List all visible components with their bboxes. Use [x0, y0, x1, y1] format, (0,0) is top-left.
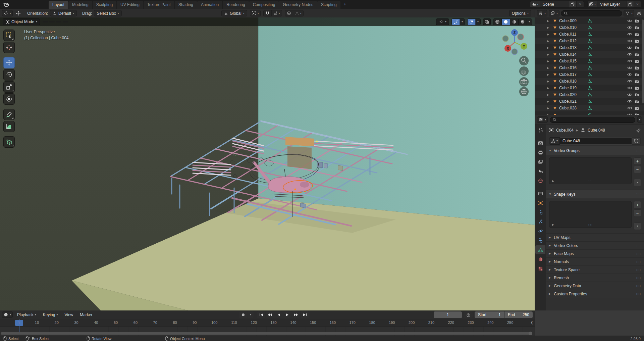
- end-frame-field[interactable]: End 250: [504, 311, 533, 318]
- expand-arrow-icon[interactable]: ▶: [547, 26, 550, 29]
- viewport-3d[interactable]: Z Y X: [0, 17, 535, 310]
- proportional-editing-toggle[interactable]: [285, 10, 293, 16]
- hide-eye-toggle[interactable]: [627, 93, 632, 96]
- outliner-item[interactable]: ▶ Cube.018: [535, 78, 644, 85]
- current-frame-line[interactable]: [19, 319, 19, 332]
- camera-visibility-toggle[interactable]: [634, 39, 639, 43]
- outliner-item[interactable]: ▶ Cube.009: [535, 17, 644, 24]
- solid-shading-button[interactable]: [502, 19, 510, 25]
- preview-range-clock-button[interactable]: [464, 311, 473, 318]
- expand-arrow-icon[interactable]: ▶: [547, 73, 550, 76]
- panel-grip-icon[interactable]: ∷∷: [637, 268, 641, 272]
- auto-keying-button[interactable]: [239, 311, 247, 318]
- previous-keyframe-button[interactable]: [266, 311, 274, 318]
- tab-modifiers[interactable]: [535, 208, 545, 216]
- menu-item[interactable]: [24, 3, 30, 5]
- auto-keying-dropdown[interactable]: ▾: [248, 311, 254, 318]
- hide-eye-toggle[interactable]: [627, 100, 632, 103]
- add-vertex-group-button[interactable]: +: [634, 157, 641, 165]
- panel-grip-icon[interactable]: ∷∷: [637, 260, 641, 263]
- panel-grip-icon[interactable]: ∷∷: [637, 292, 641, 296]
- viewport-menu-item[interactable]: [63, 21, 68, 22]
- viewport-menu-item[interactable]: [49, 21, 55, 22]
- add-shape-key-button[interactable]: +: [634, 201, 641, 208]
- workspace-tab[interactable]: Rendering: [223, 1, 249, 9]
- snap-toggle[interactable]: [264, 10, 272, 16]
- workspace-tab[interactable]: Shading: [175, 1, 197, 9]
- active-tool-dropdown[interactable]: ▾: [2, 10, 13, 16]
- xray-toggle[interactable]: [483, 18, 491, 25]
- list-filter-arrow-icon[interactable]: ▶: [552, 223, 554, 226]
- workspace-tab[interactable]: Modeling: [68, 1, 92, 9]
- workspace-tab[interactable]: Texture Paint: [144, 1, 174, 9]
- properties-options-dropdown[interactable]: ▾: [637, 116, 642, 123]
- camera-visibility-toggle[interactable]: [634, 86, 639, 90]
- camera-visibility-toggle[interactable]: [634, 66, 639, 70]
- hide-eye-toggle[interactable]: [627, 113, 632, 115]
- panel-grip-icon[interactable]: ∷∷: [637, 149, 641, 152]
- properties-search-input[interactable]: [550, 117, 635, 123]
- collapsed-panel-header[interactable]: ▶ Normals ∷∷: [546, 257, 644, 265]
- vertex-groups-list[interactable]: ▶ ∷∷: [549, 157, 632, 184]
- expand-arrow-icon[interactable]: ▶: [547, 66, 550, 69]
- start-frame-field[interactable]: Start 1: [475, 311, 504, 318]
- collapsed-panel-header[interactable]: ▶ Vertex Colors ∷∷: [546, 241, 644, 249]
- editor-type-timeline-dropdown[interactable]: ▾: [2, 311, 13, 318]
- outliner-item[interactable]: ▶ Cube.011: [535, 31, 644, 38]
- workspace-tab[interactable]: Geometry Nodes: [279, 1, 317, 9]
- expand-arrow-icon[interactable]: ▶: [547, 60, 550, 63]
- scene-name[interactable]: Scene: [540, 2, 569, 7]
- camera-visibility-toggle[interactable]: [634, 46, 639, 50]
- play-reverse-button[interactable]: [274, 311, 283, 318]
- show-overlays-toggle[interactable]: [468, 19, 476, 25]
- ruler-collapse-icon[interactable]: ❮: [531, 321, 533, 324]
- jump-to-start-button[interactable]: [257, 311, 265, 318]
- next-keyframe-button[interactable]: [292, 311, 300, 318]
- expand-arrow-icon[interactable]: ▶: [547, 87, 550, 90]
- view-layer-new-button[interactable]: [626, 1, 634, 7]
- expand-arrow-icon[interactable]: ▶: [547, 40, 550, 43]
- outliner-item[interactable]: ▶ Cube.016: [535, 64, 644, 71]
- breadcrumb-data[interactable]: Cube.048: [588, 128, 605, 133]
- panel-header-shape-keys[interactable]: ▼ Shape Keys ∷∷: [546, 190, 644, 198]
- hide-eye-toggle[interactable]: [627, 86, 632, 90]
- jump-to-end-button[interactable]: [301, 311, 309, 318]
- outliner-display-mode-dropdown[interactable]: ▾: [549, 10, 559, 16]
- outliner-item[interactable]: ▶ Cube.015: [535, 58, 644, 64]
- workspace-tab[interactable]: Sculpting: [93, 1, 116, 9]
- scene-browse-button[interactable]: ▾: [530, 1, 540, 7]
- fake-user-shield-button[interactable]: [632, 137, 641, 145]
- camera-visibility-toggle[interactable]: [634, 80, 639, 83]
- panel-grip-icon[interactable]: ∷∷: [637, 252, 641, 255]
- datablock-name-input[interactable]: Cube.048: [560, 137, 632, 145]
- annotate-tool[interactable]: [3, 109, 15, 120]
- shape-keys-list[interactable]: ▶ ∷∷: [549, 201, 632, 228]
- workspace-tab[interactable]: Scripting: [317, 1, 340, 9]
- camera-visibility-toggle[interactable]: [634, 53, 639, 56]
- cursor-tool[interactable]: [3, 42, 15, 53]
- tab-texture[interactable]: [535, 264, 545, 273]
- snap-target-dropdown[interactable]: ▾: [272, 10, 282, 16]
- hide-eye-toggle[interactable]: [627, 26, 632, 29]
- hide-eye-toggle[interactable]: [627, 39, 632, 43]
- panel-grip-icon[interactable]: ∷∷: [637, 284, 641, 288]
- view-layer-name[interactable]: View Layer: [597, 2, 626, 7]
- orientation-dropdown[interactable]: Default ▾: [50, 10, 77, 16]
- tab-scene[interactable]: [535, 167, 545, 176]
- material-preview-button[interactable]: [510, 19, 519, 25]
- overlays-dropdown[interactable]: ▾: [476, 19, 480, 25]
- collapsed-panel-header[interactable]: ▶ Custom Properties ∷∷: [546, 290, 644, 298]
- outliner-item[interactable]: ▶ Cube.019: [535, 85, 644, 91]
- outliner-scrollbar[interactable]: [642, 19, 644, 103]
- camera-visibility-toggle[interactable]: [634, 113, 639, 115]
- view-layer-remove-button[interactable]: ×: [634, 1, 641, 7]
- panel-header-vertex-groups[interactable]: ▼ Vertex Groups ∷∷: [546, 146, 644, 155]
- hide-eye-toggle[interactable]: [627, 33, 632, 36]
- show-gizmo-toggle[interactable]: [452, 19, 460, 25]
- playback-menu[interactable]: Playback▾: [15, 312, 39, 318]
- add-cube-tool[interactable]: [3, 136, 15, 148]
- tab-tool[interactable]: [535, 126, 545, 135]
- view-layer-browse-button[interactable]: ▾: [588, 1, 597, 7]
- transform-orientation-dropdown[interactable]: Global ▾: [221, 10, 247, 16]
- drag-dropdown[interactable]: Select Box ▾: [94, 10, 121, 16]
